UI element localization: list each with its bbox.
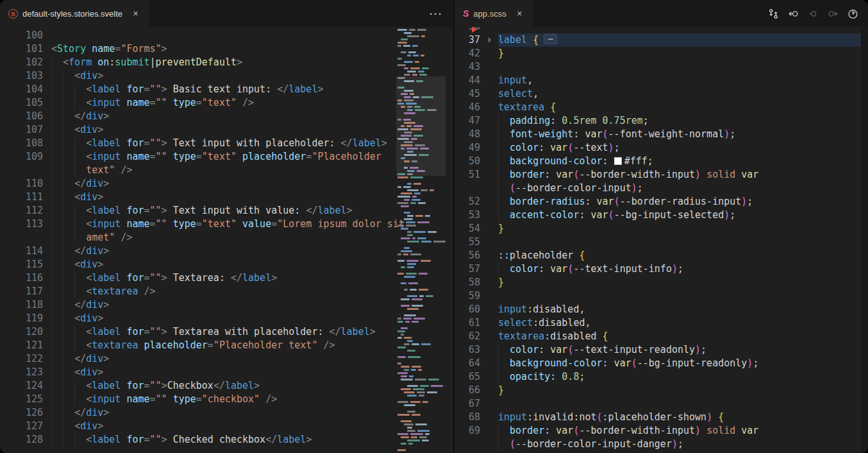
code-text[interactable]: } [498, 47, 861, 60]
code-line-101: 101<Story name="Forms"> [0, 42, 453, 56]
code-line-wrap: (--border-color-input-danger); [455, 438, 868, 451]
code-text[interactable]: font-weight: var(--font-weight-normal); [498, 128, 861, 141]
next-change-icon[interactable] [826, 6, 840, 21]
code-text[interactable]: label {⋯ [498, 33, 861, 47]
code-text[interactable]: <div> [51, 312, 453, 325]
line-number: 50 [455, 155, 480, 168]
code-text[interactable] [498, 289, 861, 303]
line-number: 100 [0, 29, 43, 42]
code-text[interactable]: <div> [51, 366, 453, 379]
code-text[interactable]: <label for=""> Text input with value: </… [51, 204, 453, 218]
code-text[interactable]: textarea { [498, 101, 861, 114]
code-text[interactable]: <input name="" type="checkbox" /> [51, 393, 453, 406]
code-text[interactable]: (--border-color-input); [498, 182, 861, 195]
code-text[interactable]: input:disabled, [498, 303, 861, 316]
code-text[interactable] [51, 29, 453, 42]
code-text[interactable]: background-color: #fff; [498, 155, 861, 168]
code-text[interactable]: color: var(--text); [498, 141, 861, 155]
code-line-62: 62textarea:disabled { [455, 330, 868, 343]
close-tab-icon[interactable]: ✕ [515, 8, 524, 19]
color-swatch[interactable] [614, 157, 622, 165]
code-text[interactable]: <div> [51, 258, 453, 271]
code-text[interactable] [498, 397, 861, 411]
code-text[interactable]: opacity: 0.8; [498, 370, 861, 384]
code-text[interactable]: } [498, 276, 861, 289]
code-text[interactable]: border: var(--border-width-input) solid … [498, 168, 861, 182]
change-dot-icon[interactable] [806, 6, 820, 21]
code-text[interactable]: <textarea /> [51, 285, 453, 298]
change-marker-icon [472, 27, 477, 33]
code-area[interactable]: 100101<Story name="Forms">102 <form on:s… [0, 27, 453, 447]
minimap-slider[interactable] [396, 76, 446, 176]
code-text[interactable]: <div> [51, 191, 453, 204]
timeline-icon[interactable] [846, 6, 860, 21]
minimap[interactable] [396, 28, 446, 453]
previous-change-icon[interactable] [786, 6, 800, 21]
line-number: 55 [455, 235, 480, 249]
code-text[interactable]: </div> [51, 298, 453, 312]
code-text[interactable]: <label for=""> Checked checkbox</label> [51, 433, 453, 447]
code-text[interactable]: select, [498, 87, 861, 101]
code-text[interactable]: </div> [51, 110, 453, 123]
code-text[interactable]: </div> [51, 352, 453, 366]
code-text[interactable]: <label for=""> Text input with placehold… [51, 137, 453, 150]
code-text[interactable] [498, 60, 861, 74]
code-text[interactable]: <form on:submit|preventDefault> [51, 56, 453, 69]
line-number: 54 [455, 222, 480, 235]
code-line-104: 104 <label for=""> Basic text input: </l… [0, 83, 453, 96]
code-text[interactable]: ::placeholder { [498, 249, 861, 262]
code-text[interactable]: </div> [51, 406, 453, 420]
editor-app-scss[interactable]: 3637›label {⋯42}4344input,45select,46tex… [455, 27, 868, 453]
code-text[interactable]: color: var(--text-input-info); [498, 262, 861, 276]
code-line-125: 125 <input name="" type="checkbox" /> [0, 393, 453, 406]
code-text[interactable]: border: var(--border-width-input) solid … [498, 424, 861, 438]
code-text[interactable]: <input name="" type="text" placeholder="… [51, 150, 453, 164]
code-text[interactable]: } [498, 222, 861, 235]
close-tab-icon[interactable]: ✕ [131, 8, 140, 19]
code-text[interactable]: <div> [51, 69, 453, 83]
code-line-113: 113 <input name="" type="text" value="Lo… [0, 218, 453, 231]
code-text[interactable]: padding: 0.5rem 0.75rem; [498, 114, 861, 128]
code-text[interactable]: accent-color: var(--bg-input-selected); [498, 209, 861, 222]
code-text[interactable] [498, 27, 861, 33]
folded-code-badge[interactable]: ⋯ [544, 34, 557, 44]
tab-default-styles-stories-svelte[interactable]: S default-styles.stories.svelte ✕ [0, 0, 149, 27]
code-text[interactable]: <textarea placeholder="Placeholder text"… [51, 339, 453, 352]
fold-gutter [480, 47, 498, 60]
code-line-110: 110 </div> [0, 177, 453, 191]
code-text[interactable]: } [498, 384, 861, 397]
editor-default-styles[interactable]: 100101<Story name="Forms">102 <form on:s… [0, 27, 453, 453]
code-text[interactable]: <div> [51, 123, 453, 137]
code-area[interactable]: 3637›label {⋯42}4344input,45select,46tex… [455, 27, 868, 451]
code-text[interactable]: border-radius: var(--border-radius-input… [498, 195, 861, 209]
code-text[interactable]: <label for=""> Textarea: </label> [51, 271, 453, 285]
code-text[interactable]: background-color: var(--bg-input-readonl… [498, 357, 861, 370]
fold-gutter [480, 411, 498, 424]
code-text[interactable]: <label for=""> Basic text input: </label… [51, 83, 453, 96]
scrollbar[interactable] [861, 27, 868, 453]
code-text[interactable] [498, 235, 861, 249]
code-text[interactable]: color: var(--text-input-readonly); [498, 343, 861, 357]
code-text[interactable]: input, [498, 74, 861, 87]
tab-app-scss[interactable]: S app.scss ✕ [455, 0, 533, 27]
code-text[interactable]: text" /> [51, 164, 453, 177]
code-text[interactable]: </div> [51, 244, 453, 258]
code-text[interactable]: <Story name="Forms"> [51, 42, 453, 56]
code-text[interactable]: </div> [51, 177, 453, 191]
code-text[interactable]: <label for="">Checkbox</label> [51, 379, 453, 393]
code-text[interactable]: <div> [51, 420, 453, 433]
code-text[interactable]: amet" /> [51, 231, 453, 244]
more-actions-button[interactable]: ··· [430, 8, 443, 19]
fold-gutter [480, 155, 498, 168]
code-text[interactable]: input:invalid:not(:placeholder-shown) { [498, 411, 861, 424]
line-number: 118 [0, 298, 43, 312]
code-text[interactable]: select:disabled, [498, 316, 861, 330]
code-text[interactable]: <input name="" type="text" value="Lorem … [51, 218, 453, 231]
compare-changes-icon[interactable] [766, 6, 780, 21]
code-text[interactable]: (--border-color-input-danger); [498, 438, 861, 451]
code-text[interactable]: <label for=""> Textarea with placeholder… [51, 325, 453, 339]
line-number [455, 182, 480, 195]
fold-chevron-icon[interactable]: › [480, 33, 498, 47]
code-text[interactable]: <input name="" type="text" /> [51, 96, 453, 110]
code-text[interactable]: textarea:disabled { [498, 330, 861, 343]
